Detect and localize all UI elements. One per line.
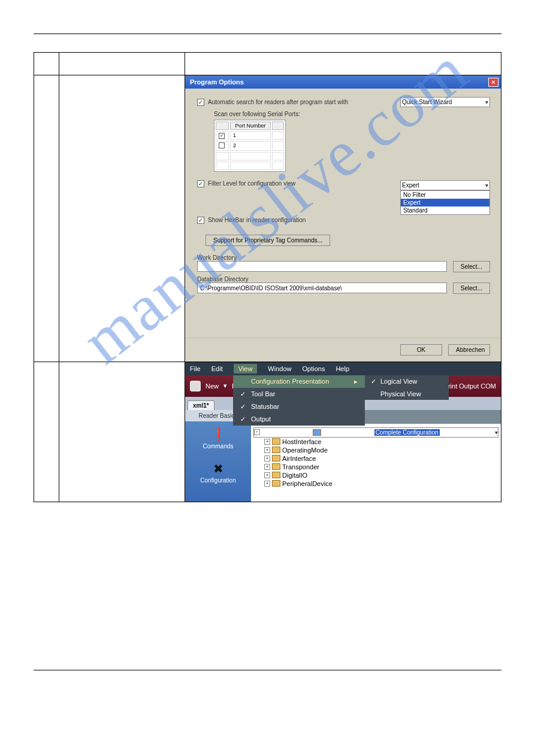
scan-label: Scan over following Serial Ports:: [214, 111, 490, 117]
menuitem-toolbar[interactable]: ✓Tool Bar: [233, 388, 365, 400]
program-options-dialog: Program Options × ✓ Automatic search for…: [185, 75, 501, 362]
support-button[interactable]: Support for Proprietary Tag Commands...: [205, 235, 330, 246]
filter-option[interactable]: Standard: [401, 207, 489, 214]
main-table: Program Options × ✓ Automatic search for…: [34, 52, 501, 502]
workdir-select-button[interactable]: Select...: [453, 261, 490, 272]
dialog-titlebar[interactable]: Program Options ×: [185, 75, 501, 89]
table-row: ✓1: [216, 131, 284, 140]
collapse-icon[interactable]: −: [254, 429, 260, 435]
menu-window[interactable]: Window: [268, 365, 291, 372]
folder-icon: [272, 438, 280, 445]
menuitem-output[interactable]: ✓Output: [233, 413, 365, 426]
folder-icon: [272, 463, 280, 470]
table-header-c: [185, 53, 501, 75]
menubar: File Edit View Window Options Help: [185, 362, 501, 375]
dbdir-field[interactable]: C:\Programme\OBID\ID ISOStart 2009\xml-d…: [197, 283, 447, 293]
filter-option[interactable]: No Filter: [401, 191, 489, 199]
menuitem-physical-view[interactable]: Physical View: [365, 388, 449, 400]
dialog-title: Program Options: [190, 78, 244, 86]
menu-view[interactable]: View: [234, 364, 258, 374]
presentation-submenu: ✓Logical View Physical View: [365, 375, 449, 400]
menuitem-logical-view[interactable]: ✓Logical View: [365, 375, 449, 388]
hexbar-checkbox[interactable]: ✓: [197, 217, 204, 224]
hexbar-label: Show HexBar in reader configuration: [208, 217, 306, 223]
tree-item[interactable]: +AirInterface: [264, 454, 498, 463]
menu-edit[interactable]: Edit: [211, 365, 223, 372]
menu-options[interactable]: Options: [302, 365, 325, 372]
tab-xml1[interactable]: xml1*: [188, 400, 214, 410]
cell-desc-3: [59, 75, 185, 362]
toolbar-chevron-down-icon[interactable]: ▾: [223, 382, 227, 390]
menuitem-statusbar[interactable]: ✓Statusbar: [233, 400, 365, 413]
cancel-button[interactable]: Abbrechen: [448, 344, 490, 356]
table-row: 2: [216, 141, 284, 151]
app-window: File Edit View Window Options Help Confi…: [185, 362, 501, 502]
filter-label: Filter Level for configuration view: [208, 180, 295, 187]
auto-search-label: Automatic search for readers after progr…: [208, 99, 348, 105]
wrench-icon: ✖: [186, 462, 250, 476]
port1-checkbox[interactable]: ✓: [219, 133, 225, 139]
tree-item[interactable]: +OperatingMode: [264, 446, 498, 454]
auto-search-checkbox[interactable]: ✓: [197, 99, 204, 106]
expand-icon[interactable]: +: [264, 456, 270, 462]
workdir-label: Work Directory: [197, 254, 490, 261]
tree-item[interactable]: +HostInterface: [264, 438, 498, 446]
dbdir-select-button[interactable]: Select...: [453, 283, 490, 294]
tree-item[interactable]: +DigitalIO: [264, 471, 498, 479]
expand-icon[interactable]: +: [264, 464, 270, 470]
cell-step-3: [34, 75, 59, 362]
folder-icon: [272, 480, 280, 487]
filter-select[interactable]: Expert: [400, 180, 490, 190]
expand-icon[interactable]: +: [264, 439, 270, 445]
expand-icon[interactable]: +: [264, 472, 270, 478]
table-header-a: [34, 53, 59, 75]
filter-option[interactable]: Expert: [401, 199, 489, 207]
start-mode-select[interactable]: Quick Start Wizard: [400, 97, 490, 107]
filter-dropdown-list: No Filter Expert Standard: [400, 190, 490, 215]
dbdir-label: Database Directory: [197, 276, 490, 283]
ok-button[interactable]: OK: [400, 344, 442, 356]
expand-icon[interactable]: +: [264, 447, 270, 453]
exclamation-icon: ❗: [186, 427, 250, 442]
port-col: Port Number: [230, 122, 271, 130]
menu-help[interactable]: Help: [335, 365, 349, 372]
tree-item[interactable]: +Transponder: [264, 463, 498, 471]
folder-icon: [272, 447, 280, 453]
sidebar-item-configuration[interactable]: ✖ Configuration: [185, 456, 251, 490]
folder-icon: [272, 472, 280, 478]
doc-icon: [190, 381, 201, 391]
view-submenu: Configuration Presentation▸ ✓Tool Bar ✓S…: [233, 375, 365, 426]
menu-file[interactable]: File: [190, 365, 201, 372]
menuitem-config-presentation[interactable]: Configuration Presentation▸: [233, 375, 365, 388]
sidebar-item-commands[interactable]: ❗ Commands: [185, 421, 251, 456]
table-header-b: [59, 53, 185, 75]
rule-top: [34, 34, 501, 34]
cell-desc-4: [59, 362, 185, 502]
filter-checkbox[interactable]: ✓: [197, 180, 204, 187]
folder-open-icon: [313, 429, 321, 436]
workdir-field[interactable]: [197, 261, 447, 272]
config-tree: − Complete Configuration +HostInterface …: [251, 424, 501, 491]
folder-icon: [272, 455, 280, 462]
tree-item[interactable]: +PeripheralDevice: [264, 479, 498, 488]
close-icon[interactable]: ×: [488, 78, 498, 87]
toolbar-new[interactable]: New: [205, 382, 219, 390]
cell-step-4: [34, 362, 59, 502]
port2-checkbox[interactable]: [219, 142, 225, 148]
serial-ports-table: Port Number ✓1 2: [214, 120, 286, 172]
rule-bottom: [34, 670, 501, 670]
tree-root[interactable]: − Complete Configuration: [253, 427, 498, 438]
expand-icon[interactable]: +: [264, 481, 270, 487]
